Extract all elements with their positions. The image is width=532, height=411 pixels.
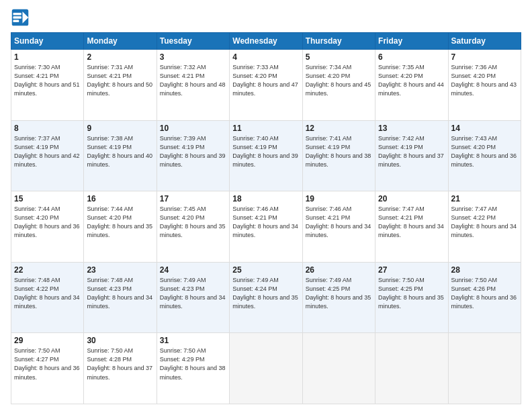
day-info: Sunrise: 7:33 AM Sunset: 4:20 PM Dayligh… — [232, 63, 299, 98]
calendar-day-22: 22Sunrise: 7:48 AM Sunset: 4:22 PM Dayli… — [11, 262, 84, 333]
day-info: Sunrise: 7:50 AM Sunset: 4:29 PM Dayligh… — [160, 347, 226, 381]
day-info: Sunrise: 7:50 AM Sunset: 4:26 PM Dayligh… — [451, 276, 518, 311]
calendar-day-31: 31Sunrise: 7:50 AM Sunset: 4:29 PM Dayli… — [157, 333, 229, 404]
calendar-day-9: 9Sunrise: 7:38 AM Sunset: 4:19 PM Daylig… — [84, 120, 157, 191]
calendar-day-7: 7Sunrise: 7:36 AM Sunset: 4:20 PM Daylig… — [448, 50, 521, 121]
calendar-day-5: 5Sunrise: 7:34 AM Sunset: 4:20 PM Daylig… — [302, 50, 375, 121]
calendar-week-5: 29Sunrise: 7:50 AM Sunset: 4:27 PM Dayli… — [11, 333, 521, 404]
day-info: Sunrise: 7:47 AM Sunset: 4:22 PM Dayligh… — [451, 205, 518, 240]
day-number: 26 — [306, 265, 372, 275]
calendar-day-30: 30Sunrise: 7:50 AM Sunset: 4:28 PM Dayli… — [84, 333, 157, 404]
calendar-day-12: 12Sunrise: 7:41 AM Sunset: 4:19 PM Dayli… — [302, 120, 375, 191]
day-number: 2 — [87, 52, 153, 62]
weekday-header-tuesday: Tuesday — [157, 33, 229, 50]
day-number: 13 — [378, 124, 445, 133]
calendar-day-4: 4Sunrise: 7:33 AM Sunset: 4:20 PM Daylig… — [230, 50, 302, 121]
day-number: 20 — [378, 194, 445, 203]
svg-rect-3 — [13, 16, 21, 19]
day-number: 25 — [232, 265, 299, 275]
day-number: 5 — [306, 52, 372, 62]
day-number: 4 — [232, 52, 299, 62]
calendar-day-18: 18Sunrise: 7:46 AM Sunset: 4:21 PM Dayli… — [230, 191, 302, 263]
day-info: Sunrise: 7:45 AM Sunset: 4:20 PM Dayligh… — [160, 205, 226, 240]
day-number: 19 — [306, 194, 372, 203]
day-info: Sunrise: 7:35 AM Sunset: 4:20 PM Dayligh… — [378, 63, 445, 98]
calendar-day-2: 2Sunrise: 7:31 AM Sunset: 4:21 PM Daylig… — [84, 50, 157, 121]
day-info: Sunrise: 7:43 AM Sunset: 4:20 PM Dayligh… — [451, 134, 518, 169]
weekday-header-monday: Monday — [84, 33, 157, 50]
logo — [11, 8, 32, 27]
day-info: Sunrise: 7:40 AM Sunset: 4:19 PM Dayligh… — [232, 134, 299, 169]
calendar-day-24: 24Sunrise: 7:49 AM Sunset: 4:23 PM Dayli… — [157, 262, 229, 333]
day-info: Sunrise: 7:49 AM Sunset: 4:24 PM Dayligh… — [232, 276, 299, 311]
calendar-day-14: 14Sunrise: 7:43 AM Sunset: 4:20 PM Dayli… — [448, 120, 521, 191]
day-info: Sunrise: 7:46 AM Sunset: 4:21 PM Dayligh… — [306, 205, 372, 240]
calendar-day-21: 21Sunrise: 7:47 AM Sunset: 4:22 PM Dayli… — [448, 191, 521, 263]
day-info: Sunrise: 7:36 AM Sunset: 4:20 PM Dayligh… — [451, 63, 518, 98]
empty-cell — [375, 333, 448, 404]
day-info: Sunrise: 7:50 AM Sunset: 4:27 PM Dayligh… — [14, 347, 81, 381]
day-number: 8 — [14, 124, 81, 133]
day-number: 21 — [451, 194, 518, 203]
day-info: Sunrise: 7:31 AM Sunset: 4:21 PM Dayligh… — [87, 63, 153, 98]
weekday-header-friday: Friday — [375, 33, 448, 50]
day-number: 24 — [160, 265, 226, 275]
day-info: Sunrise: 7:38 AM Sunset: 4:19 PM Dayligh… — [87, 134, 153, 169]
weekday-header-row: SundayMondayTuesdayWednesdayThursdayFrid… — [11, 33, 521, 50]
calendar-day-16: 16Sunrise: 7:44 AM Sunset: 4:20 PM Dayli… — [84, 191, 157, 263]
day-info: Sunrise: 7:48 AM Sunset: 4:23 PM Dayligh… — [87, 276, 153, 311]
day-number: 22 — [14, 265, 81, 275]
day-info: Sunrise: 7:48 AM Sunset: 4:22 PM Dayligh… — [14, 276, 81, 311]
day-info: Sunrise: 7:44 AM Sunset: 4:20 PM Dayligh… — [87, 205, 153, 240]
day-info: Sunrise: 7:49 AM Sunset: 4:23 PM Dayligh… — [160, 276, 226, 311]
weekday-header-wednesday: Wednesday — [230, 33, 302, 50]
day-number: 17 — [160, 194, 226, 203]
calendar-day-6: 6Sunrise: 7:35 AM Sunset: 4:20 PM Daylig… — [375, 50, 448, 121]
day-number: 10 — [160, 124, 226, 133]
calendar-day-11: 11Sunrise: 7:40 AM Sunset: 4:19 PM Dayli… — [230, 120, 302, 191]
calendar-day-15: 15Sunrise: 7:44 AM Sunset: 4:20 PM Dayli… — [11, 191, 84, 263]
calendar-day-3: 3Sunrise: 7:32 AM Sunset: 4:21 PM Daylig… — [157, 50, 229, 121]
day-info: Sunrise: 7:44 AM Sunset: 4:20 PM Dayligh… — [14, 205, 81, 240]
calendar-table: SundayMondayTuesdayWednesdayThursdayFrid… — [11, 32, 521, 404]
calendar-day-23: 23Sunrise: 7:48 AM Sunset: 4:23 PM Dayli… — [84, 262, 157, 333]
day-number: 16 — [87, 194, 153, 203]
weekday-header-saturday: Saturday — [448, 33, 521, 50]
calendar-day-10: 10Sunrise: 7:39 AM Sunset: 4:19 PM Dayli… — [157, 120, 229, 191]
calendar-day-17: 17Sunrise: 7:45 AM Sunset: 4:20 PM Dayli… — [157, 191, 229, 263]
day-number: 7 — [451, 52, 518, 62]
calendar-body: 1Sunrise: 7:30 AM Sunset: 4:21 PM Daylig… — [11, 50, 521, 404]
calendar-day-27: 27Sunrise: 7:50 AM Sunset: 4:25 PM Dayli… — [375, 262, 448, 333]
calendar-day-28: 28Sunrise: 7:50 AM Sunset: 4:26 PM Dayli… — [448, 262, 521, 333]
empty-cell — [230, 333, 302, 404]
day-info: Sunrise: 7:42 AM Sunset: 4:19 PM Dayligh… — [378, 134, 445, 169]
day-info: Sunrise: 7:47 AM Sunset: 4:21 PM Dayligh… — [378, 205, 445, 240]
day-info: Sunrise: 7:34 AM Sunset: 4:20 PM Dayligh… — [306, 63, 372, 98]
calendar-day-20: 20Sunrise: 7:47 AM Sunset: 4:21 PM Dayli… — [375, 191, 448, 263]
day-number: 3 — [160, 52, 226, 62]
calendar-week-4: 22Sunrise: 7:48 AM Sunset: 4:22 PM Dayli… — [11, 262, 521, 333]
svg-rect-2 — [13, 13, 21, 15]
day-number: 29 — [14, 336, 81, 345]
logo-icon — [11, 8, 30, 27]
day-number: 9 — [87, 124, 153, 133]
page: SundayMondayTuesdayWednesdayThursdayFrid… — [0, 0, 532, 411]
calendar-day-1: 1Sunrise: 7:30 AM Sunset: 4:21 PM Daylig… — [11, 50, 84, 121]
calendar-day-29: 29Sunrise: 7:50 AM Sunset: 4:27 PM Dayli… — [11, 333, 84, 404]
day-info: Sunrise: 7:49 AM Sunset: 4:25 PM Dayligh… — [306, 276, 372, 311]
empty-cell — [448, 333, 521, 404]
calendar-day-13: 13Sunrise: 7:42 AM Sunset: 4:19 PM Dayli… — [375, 120, 448, 191]
weekday-header-thursday: Thursday — [302, 33, 375, 50]
day-number: 6 — [378, 52, 445, 62]
svg-rect-4 — [13, 20, 19, 23]
day-info: Sunrise: 7:32 AM Sunset: 4:21 PM Dayligh… — [160, 63, 226, 98]
day-info: Sunrise: 7:50 AM Sunset: 4:25 PM Dayligh… — [378, 276, 445, 311]
day-number: 27 — [378, 265, 445, 275]
calendar-week-1: 1Sunrise: 7:30 AM Sunset: 4:21 PM Daylig… — [11, 50, 521, 121]
day-number: 18 — [232, 194, 299, 203]
empty-cell — [302, 333, 375, 404]
day-number: 15 — [14, 194, 81, 203]
calendar-day-8: 8Sunrise: 7:37 AM Sunset: 4:19 PM Daylig… — [11, 120, 84, 191]
day-number: 12 — [306, 124, 372, 133]
day-number: 28 — [451, 265, 518, 275]
